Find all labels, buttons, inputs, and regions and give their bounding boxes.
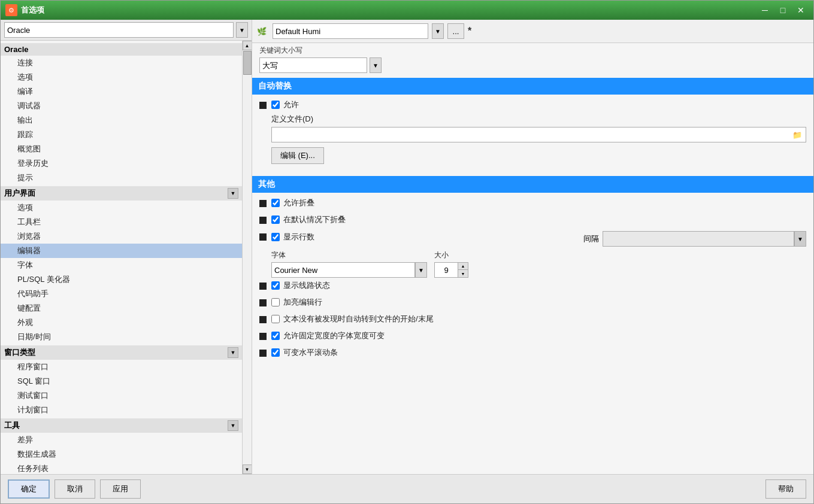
edit-button[interactable]: 编辑 (E)... xyxy=(271,147,324,164)
close-button[interactable]: ✕ xyxy=(793,4,809,16)
tree-item-debugger[interactable]: 调试器 xyxy=(1,99,242,113)
auto-replace-section: 允许 定义文件(D) 📁 编辑 (E)... xyxy=(252,95,813,176)
tree-section-oracle: Oracle 连接 选项 编译 调试器 输出 跟踪 概览图 登录历史 提示 xyxy=(1,43,242,185)
highlight-edit-checkbox[interactable] xyxy=(271,298,280,306)
tree-item-prog-window[interactable]: 程序窗口 xyxy=(1,360,242,374)
profile-dropdown[interactable]: Default Humi xyxy=(273,23,428,39)
minimize-button[interactable]: ─ xyxy=(757,4,773,16)
dots-button[interactable]: ... xyxy=(447,23,464,39)
ok-button[interactable]: 确定 xyxy=(8,479,50,499)
tree-item-task-list[interactable]: 任务列表 xyxy=(1,462,242,474)
show-lines-checkbox-row: 显示行数 xyxy=(271,232,583,242)
left-panel-header: Oracle ▼ xyxy=(1,20,252,41)
scrollbar-indicator xyxy=(259,350,267,357)
main-content: Oracle ▼ Oracle 连接 选项 编译 调试器 xyxy=(1,20,813,474)
asterisk-label: * xyxy=(468,26,471,37)
case-select-row: 大写 小写 首字母大写 保持不变 ▼ xyxy=(259,57,806,73)
fold-default-checkbox[interactable] xyxy=(271,215,280,224)
tree-item-options[interactable]: 选项 xyxy=(1,70,242,84)
allow-row: 允许 定义文件(D) 📁 编辑 (E)... xyxy=(259,99,806,169)
scrollbar-checkbox-row: 可变水平滚动条 xyxy=(271,347,806,358)
size-label: 大小 xyxy=(434,250,468,260)
wintype-section-collapse[interactable]: ▼ xyxy=(228,347,238,358)
interval-select[interactable] xyxy=(603,231,794,247)
highlight-edit-indicator xyxy=(259,299,267,306)
tree-item-overview[interactable]: 概览图 xyxy=(1,142,242,156)
tree-item-font[interactable]: 字体 xyxy=(1,258,242,272)
other-header: 其他 xyxy=(252,176,813,193)
case-select[interactable]: 大写 小写 首字母大写 保持不变 xyxy=(259,57,367,73)
profile-icon: 🌿 xyxy=(257,27,269,36)
show-line-status-checkbox[interactable] xyxy=(271,281,280,290)
tree-item-compile[interactable]: 编译 xyxy=(1,84,242,99)
scroll-down-button[interactable]: ▼ xyxy=(243,464,252,474)
tree-item-trace[interactable]: 跟踪 xyxy=(1,127,242,142)
size-down-button[interactable]: ▼ xyxy=(458,270,468,277)
tree-item-datetime[interactable]: 日期/时间 xyxy=(1,330,242,344)
oracle-dropdown-arrow[interactable]: ▼ xyxy=(236,22,248,38)
tree-item-login-history[interactable]: 登录历史 xyxy=(1,156,242,171)
def-file-input[interactable] xyxy=(274,130,791,139)
tree-item-editor[interactable]: 编辑器 xyxy=(1,244,242,258)
size-up-button[interactable]: ▲ xyxy=(458,263,468,270)
auto-wrap-checkbox[interactable] xyxy=(271,315,280,323)
show-lines-label: 显示行数 xyxy=(283,232,314,242)
window-title: 首选项 xyxy=(21,5,757,16)
oracle-dropdown[interactable]: Oracle xyxy=(4,22,234,38)
tree-section-ui: 用户界面 ▼ 选项 工具栏 浏览器 编辑器 字体 PL/SQL 美化器 代码助手… xyxy=(1,186,242,344)
tree-item-plan-window[interactable]: 计划窗口 xyxy=(1,403,242,417)
help-button[interactable]: 帮助 xyxy=(765,479,806,499)
allow-fold-label: 允许折叠 xyxy=(283,198,314,208)
title-bar-controls: ─ □ ✕ xyxy=(757,4,809,16)
tree-item-output[interactable]: 输出 xyxy=(1,113,242,127)
auto-wrap-row: 文本没有被发现时自动转到文件的开始/末尾 xyxy=(259,314,806,328)
scrollbar-content: 可变水平滚动条 xyxy=(271,347,806,362)
tree-item-test-window[interactable]: 测试窗口 xyxy=(1,388,242,403)
font-select[interactable]: Courier New xyxy=(271,262,415,278)
tree-item-ui-options[interactable]: 选项 xyxy=(1,201,242,215)
show-line-status-indicator xyxy=(259,283,267,290)
tree-item-appearance[interactable]: 外观 xyxy=(1,315,242,330)
tree-item-key-config[interactable]: 键配置 xyxy=(1,301,242,315)
allow-checkbox[interactable] xyxy=(271,101,280,109)
font-select-arrow[interactable]: ▼ xyxy=(415,262,427,278)
tree-section-wintype: 窗口类型 ▼ 程序窗口 SQL 窗口 测试窗口 计划窗口 xyxy=(1,345,242,417)
tree-item-code-assistant[interactable]: 代码助手 xyxy=(1,287,242,301)
fold-indicator xyxy=(259,200,267,207)
size-input[interactable] xyxy=(434,262,458,278)
scroll-thumb[interactable] xyxy=(243,51,252,75)
tree-item-beautifier[interactable]: PL/SQL 美化器 xyxy=(1,272,242,287)
tools-section-collapse[interactable]: ▼ xyxy=(228,420,238,431)
variable-width-row: 允许固定宽度的字体宽度可变 xyxy=(259,330,806,345)
scroll-up-button[interactable]: ▲ xyxy=(243,41,252,50)
tree-list: Oracle 连接 选项 编译 调试器 输出 跟踪 概览图 登录历史 提示 xyxy=(1,41,242,474)
tree-item-sql-window[interactable]: SQL 窗口 xyxy=(1,374,242,388)
section-header-tools[interactable]: 工具 ▼ xyxy=(1,418,242,433)
scroll-track xyxy=(243,50,252,464)
tree-item-hint[interactable]: 提示 xyxy=(1,171,242,185)
cancel-button[interactable]: 取消 xyxy=(55,479,95,499)
section-header-wintype[interactable]: 窗口类型 ▼ xyxy=(1,345,242,360)
variable-width-checkbox-row: 允许固定宽度的字体宽度可变 xyxy=(271,330,806,341)
scrollbar-checkbox[interactable] xyxy=(271,348,280,357)
file-browse-button[interactable]: 📁 xyxy=(791,129,803,141)
variable-width-checkbox[interactable] xyxy=(271,332,280,340)
section-header-oracle[interactable]: Oracle xyxy=(1,43,242,56)
show-lines-checkbox[interactable] xyxy=(271,233,280,241)
apply-button[interactable]: 应用 xyxy=(100,479,141,499)
font-label: 字体 xyxy=(271,250,427,260)
interval-select-arrow[interactable]: ▼ xyxy=(794,231,806,247)
tree-item-connect[interactable]: 连接 xyxy=(1,56,242,70)
maximize-button[interactable]: □ xyxy=(775,4,791,16)
case-select-arrow[interactable]: ▼ xyxy=(370,57,382,73)
ui-section-collapse[interactable]: ▼ xyxy=(228,188,238,199)
tree-item-toolbar[interactable]: 工具栏 xyxy=(1,215,242,229)
tree-item-browser[interactable]: 浏览器 xyxy=(1,229,242,244)
tree-item-diff[interactable]: 差异 xyxy=(1,433,242,447)
def-file-label: 定义文件(D) xyxy=(271,114,806,125)
fold-checkbox-row: 允许折叠 xyxy=(271,198,806,208)
tree-item-data-gen[interactable]: 数据生成器 xyxy=(1,447,242,462)
profile-dropdown-arrow[interactable]: ▼ xyxy=(432,23,444,39)
section-header-ui[interactable]: 用户界面 ▼ xyxy=(1,186,242,201)
allow-fold-checkbox[interactable] xyxy=(271,199,280,207)
